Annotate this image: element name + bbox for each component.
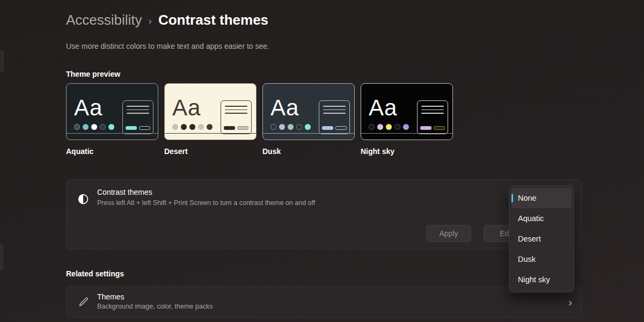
- dropdown-option-label: Desert: [518, 235, 541, 243]
- mini-button-secondary: [139, 126, 150, 130]
- theme-name-label: Night sky: [361, 147, 453, 156]
- color-dot: [305, 124, 311, 130]
- mini-button-primary: [224, 126, 235, 130]
- color-dot: [403, 124, 409, 130]
- color-dot: [279, 124, 285, 130]
- contrast-themes-card: Contrast themes Press left Alt + left Sh…: [66, 179, 582, 250]
- color-dot: [270, 124, 276, 130]
- dropdown-option-label: None: [518, 194, 537, 202]
- apply-button[interactable]: Apply: [426, 225, 471, 242]
- theme-color-dots: [172, 124, 213, 130]
- theme-labels-row: AquaticDesertDuskNight sky: [66, 147, 453, 156]
- mini-window-graphic: [417, 100, 448, 134]
- breadcrumb-separator-icon: ›: [149, 13, 152, 27]
- dropdown-option[interactable]: Desert: [511, 229, 572, 249]
- theme-preview-label: Theme preview: [66, 70, 120, 78]
- theme-preview-card[interactable]: Aa: [262, 83, 355, 140]
- theme-color-dots: [270, 124, 311, 130]
- page-title: Contrast themes: [158, 12, 268, 28]
- color-dot: [83, 124, 89, 130]
- color-dot: [181, 124, 187, 130]
- color-dot: [100, 124, 106, 130]
- chevron-right-icon: ›: [568, 295, 572, 309]
- sample-text: Aa: [172, 97, 201, 119]
- dropdown-option[interactable]: Night sky: [511, 269, 572, 290]
- contrast-themes-title: Contrast themes: [97, 188, 152, 196]
- mini-button-secondary: [237, 126, 248, 130]
- page-subtitle: Use more distinct colors to make text an…: [66, 42, 269, 50]
- breadcrumb: Accessibility › Contrast themes: [66, 12, 268, 28]
- mini-taskbar-line: [361, 133, 452, 134]
- selected-accent-bar: [511, 194, 513, 202]
- mini-button-primary: [126, 126, 137, 130]
- contrast-theme-dropdown: NoneAquaticDesertDuskNight sky: [509, 185, 574, 292]
- sample-text: Aa: [270, 97, 299, 119]
- paintbrush-icon: [77, 296, 89, 308]
- color-dot: [189, 124, 195, 130]
- dropdown-option[interactable]: Aquatic: [511, 208, 572, 229]
- color-dot: [386, 124, 392, 130]
- mini-taskbar-line: [165, 133, 256, 134]
- theme-preview-row: Aa Aa Aa: [66, 83, 453, 140]
- theme-name-label: Desert: [164, 147, 257, 156]
- theme-preview-card[interactable]: Aa: [361, 83, 453, 140]
- theme-color-dots: [369, 124, 409, 130]
- mini-button-secondary: [335, 126, 347, 130]
- dropdown-option-label: Night sky: [518, 275, 550, 284]
- breadcrumb-accessibility[interactable]: Accessibility: [66, 12, 142, 28]
- theme-color-dots: [74, 124, 114, 130]
- half-circle-icon: [77, 193, 89, 205]
- sample-text: Aa: [74, 97, 103, 119]
- color-dot: [91, 124, 97, 130]
- mini-window-graphic: [319, 100, 350, 134]
- themes-subtitle: Background image, color, theme packs: [97, 303, 213, 310]
- sample-text: Aa: [369, 97, 397, 119]
- nav-edge-artifact: [0, 50, 3, 72]
- color-dot: [74, 124, 80, 130]
- nav-edge-artifact: [0, 244, 3, 271]
- color-dot: [369, 124, 375, 130]
- color-dot: [394, 124, 400, 130]
- color-dot: [207, 124, 213, 130]
- color-dot: [296, 124, 302, 130]
- theme-preview-card[interactable]: Aa: [66, 83, 158, 140]
- mini-window-graphic: [221, 100, 252, 134]
- mini-window-graphic: [122, 100, 153, 134]
- mini-button-secondary: [434, 126, 445, 130]
- mini-taskbar-line: [263, 133, 354, 134]
- themes-row[interactable]: Themes Background image, color, theme pa…: [66, 286, 582, 318]
- color-dot: [377, 124, 383, 130]
- theme-name-label: Dusk: [262, 147, 355, 156]
- mini-button-primary: [322, 126, 333, 130]
- mini-button-primary: [420, 126, 431, 130]
- mini-taskbar-line: [67, 133, 158, 134]
- color-dot: [108, 124, 114, 130]
- color-dot: [172, 124, 178, 130]
- color-dot: [288, 124, 294, 130]
- dropdown-option[interactable]: Dusk: [511, 249, 572, 269]
- theme-name-label: Aquatic: [66, 147, 158, 156]
- dropdown-option[interactable]: None: [511, 188, 572, 208]
- dropdown-option-label: Aquatic: [518, 214, 544, 223]
- contrast-themes-subtitle: Press left Alt + left Shift + Print Scre…: [97, 199, 315, 207]
- dropdown-option-label: Dusk: [518, 255, 536, 264]
- themes-title: Themes: [97, 292, 125, 301]
- theme-preview-card[interactable]: Aa: [164, 83, 257, 140]
- related-settings-label: Related settings: [66, 269, 124, 278]
- color-dot: [198, 124, 204, 130]
